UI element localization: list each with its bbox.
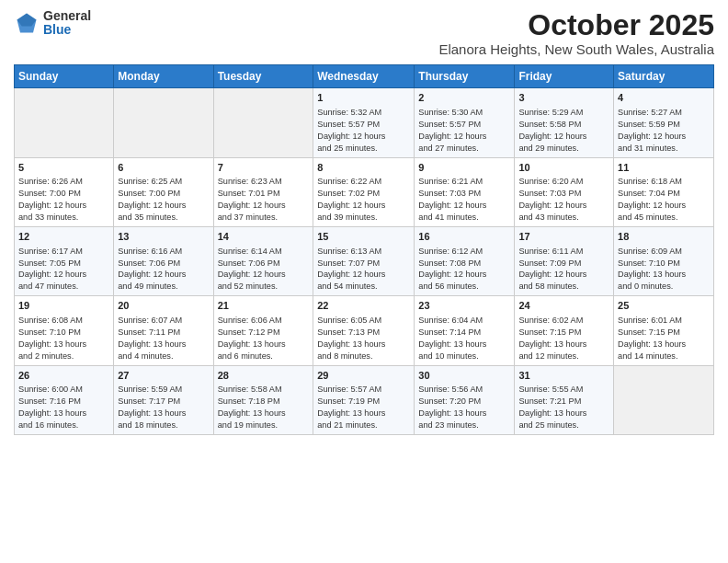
day-content: Sunrise: 6:23 AM Sunset: 7:01 PM Dayligh…: [218, 176, 310, 224]
day-number: 12: [18, 230, 109, 244]
calendar-week-row: 26Sunrise: 6:00 AM Sunset: 7:16 PM Dayli…: [15, 365, 714, 434]
calendar-cell: 15Sunrise: 6:13 AM Sunset: 7:07 PM Dayli…: [313, 226, 415, 295]
calendar-cell: 13Sunrise: 6:16 AM Sunset: 7:06 PM Dayli…: [114, 226, 213, 295]
calendar-cell: 21Sunrise: 6:06 AM Sunset: 7:12 PM Dayli…: [213, 296, 313, 365]
day-number: 22: [317, 299, 410, 313]
weekday-header-thursday: Thursday: [415, 65, 515, 88]
day-content: Sunrise: 6:22 AM Sunset: 7:02 PM Dayligh…: [317, 176, 410, 224]
day-content: Sunrise: 6:17 AM Sunset: 7:05 PM Dayligh…: [18, 246, 109, 293]
calendar-cell: 26Sunrise: 6:00 AM Sunset: 7:16 PM Dayli…: [15, 365, 114, 434]
day-content: Sunrise: 6:08 AM Sunset: 7:10 PM Dayligh…: [18, 315, 109, 362]
weekday-header-tuesday: Tuesday: [213, 65, 313, 88]
logo-blue-text: Blue: [43, 23, 91, 37]
calendar-cell: [15, 88, 114, 157]
weekday-header-saturday: Saturday: [614, 65, 714, 88]
calendar-cell: 10Sunrise: 6:20 AM Sunset: 7:03 PM Dayli…: [515, 157, 614, 226]
calendar-cell: 11Sunrise: 6:18 AM Sunset: 7:04 PM Dayli…: [614, 157, 714, 226]
logo: General Blue: [14, 9, 91, 38]
calendar-week-row: 1Sunrise: 5:32 AM Sunset: 5:57 PM Daylig…: [15, 88, 714, 157]
day-content: Sunrise: 6:07 AM Sunset: 7:11 PM Dayligh…: [118, 315, 209, 362]
calendar-cell: 14Sunrise: 6:14 AM Sunset: 7:06 PM Dayli…: [213, 226, 313, 295]
calendar-week-row: 19Sunrise: 6:08 AM Sunset: 7:10 PM Dayli…: [15, 296, 714, 365]
day-content: Sunrise: 5:27 AM Sunset: 5:59 PM Dayligh…: [618, 107, 710, 155]
day-content: Sunrise: 5:58 AM Sunset: 7:18 PM Dayligh…: [218, 384, 310, 431]
day-number: 19: [18, 299, 109, 313]
day-content: Sunrise: 5:55 AM Sunset: 7:21 PM Dayligh…: [518, 384, 609, 431]
day-number: 13: [118, 230, 209, 244]
calendar-table: SundayMondayTuesdayWednesdayThursdayFrid…: [14, 64, 714, 435]
day-content: Sunrise: 5:57 AM Sunset: 7:19 PM Dayligh…: [317, 384, 410, 431]
day-number: 21: [218, 299, 310, 313]
calendar-cell: 17Sunrise: 6:11 AM Sunset: 7:09 PM Dayli…: [515, 226, 614, 295]
day-content: Sunrise: 6:06 AM Sunset: 7:12 PM Dayligh…: [218, 315, 310, 362]
day-number: 14: [218, 230, 310, 244]
day-number: 24: [518, 299, 609, 313]
calendar-cell: 9Sunrise: 6:21 AM Sunset: 7:03 PM Daylig…: [415, 157, 515, 226]
day-content: Sunrise: 6:04 AM Sunset: 7:14 PM Dayligh…: [418, 315, 510, 362]
calendar-cell: 8Sunrise: 6:22 AM Sunset: 7:02 PM Daylig…: [313, 157, 415, 226]
calendar-cell: 1Sunrise: 5:32 AM Sunset: 5:57 PM Daylig…: [313, 88, 415, 157]
calendar-cell: 6Sunrise: 6:25 AM Sunset: 7:00 PM Daylig…: [114, 157, 213, 226]
day-number: 9: [418, 161, 510, 175]
day-content: Sunrise: 6:01 AM Sunset: 7:15 PM Dayligh…: [618, 315, 710, 362]
day-content: Sunrise: 5:59 AM Sunset: 7:17 PM Dayligh…: [118, 384, 209, 431]
day-number: 23: [418, 299, 510, 313]
calendar-cell: [114, 88, 213, 157]
weekday-header-sunday: Sunday: [15, 65, 114, 88]
logo-text: General Blue: [43, 9, 91, 38]
day-number: 7: [218, 161, 310, 175]
day-number: 4: [618, 91, 710, 105]
calendar-week-row: 5Sunrise: 6:26 AM Sunset: 7:00 PM Daylig…: [15, 157, 714, 226]
calendar-cell: 16Sunrise: 6:12 AM Sunset: 7:08 PM Dayli…: [415, 226, 515, 295]
calendar-cell: 25Sunrise: 6:01 AM Sunset: 7:15 PM Dayli…: [614, 296, 714, 365]
day-content: Sunrise: 5:29 AM Sunset: 5:58 PM Dayligh…: [518, 107, 609, 155]
day-content: Sunrise: 6:13 AM Sunset: 7:07 PM Dayligh…: [317, 246, 410, 293]
calendar-cell: [614, 365, 714, 434]
day-content: Sunrise: 6:00 AM Sunset: 7:16 PM Dayligh…: [18, 384, 109, 431]
calendar-cell: 3Sunrise: 5:29 AM Sunset: 5:58 PM Daylig…: [515, 88, 614, 157]
calendar-cell: [213, 88, 313, 157]
day-number: 5: [18, 161, 109, 175]
calendar-cell: 28Sunrise: 5:58 AM Sunset: 7:18 PM Dayli…: [213, 365, 313, 434]
day-number: 17: [518, 230, 609, 244]
day-number: 28: [218, 369, 310, 383]
calendar-cell: 24Sunrise: 6:02 AM Sunset: 7:15 PM Dayli…: [515, 296, 614, 365]
day-content: Sunrise: 6:21 AM Sunset: 7:03 PM Dayligh…: [418, 176, 510, 224]
day-number: 6: [118, 161, 209, 175]
day-content: Sunrise: 6:02 AM Sunset: 7:15 PM Dayligh…: [518, 315, 609, 362]
day-content: Sunrise: 6:25 AM Sunset: 7:00 PM Dayligh…: [118, 176, 209, 224]
calendar-cell: 31Sunrise: 5:55 AM Sunset: 7:21 PM Dayli…: [515, 365, 614, 434]
month-title: October 2025: [438, 9, 714, 41]
calendar-cell: 4Sunrise: 5:27 AM Sunset: 5:59 PM Daylig…: [614, 88, 714, 157]
day-number: 27: [118, 369, 209, 383]
weekday-header-monday: Monday: [114, 65, 213, 88]
day-number: 29: [317, 369, 410, 383]
calendar-cell: 18Sunrise: 6:09 AM Sunset: 7:10 PM Dayli…: [614, 226, 714, 295]
day-content: Sunrise: 6:16 AM Sunset: 7:06 PM Dayligh…: [118, 246, 209, 293]
calendar-week-row: 12Sunrise: 6:17 AM Sunset: 7:05 PM Dayli…: [15, 226, 714, 295]
day-content: Sunrise: 5:32 AM Sunset: 5:57 PM Dayligh…: [317, 107, 410, 155]
day-number: 30: [418, 369, 510, 383]
calendar-cell: 29Sunrise: 5:57 AM Sunset: 7:19 PM Dayli…: [313, 365, 415, 434]
day-number: 25: [618, 299, 710, 313]
calendar-cell: 30Sunrise: 5:56 AM Sunset: 7:20 PM Dayli…: [415, 365, 515, 434]
day-number: 2: [418, 91, 510, 105]
day-content: Sunrise: 6:12 AM Sunset: 7:08 PM Dayligh…: [418, 246, 510, 293]
day-content: Sunrise: 6:20 AM Sunset: 7:03 PM Dayligh…: [518, 176, 609, 224]
title-block: October 2025 Elanora Heights, New South …: [438, 9, 714, 57]
calendar-cell: 22Sunrise: 6:05 AM Sunset: 7:13 PM Dayli…: [313, 296, 415, 365]
calendar-cell: 7Sunrise: 6:23 AM Sunset: 7:01 PM Daylig…: [213, 157, 313, 226]
day-content: Sunrise: 6:05 AM Sunset: 7:13 PM Dayligh…: [317, 315, 410, 362]
day-number: 31: [518, 369, 609, 383]
logo-general-text: General: [43, 9, 91, 23]
calendar-cell: 23Sunrise: 6:04 AM Sunset: 7:14 PM Dayli…: [415, 296, 515, 365]
calendar-cell: 27Sunrise: 5:59 AM Sunset: 7:17 PM Dayli…: [114, 365, 213, 434]
day-content: Sunrise: 6:26 AM Sunset: 7:00 PM Dayligh…: [18, 176, 109, 224]
calendar-cell: 12Sunrise: 6:17 AM Sunset: 7:05 PM Dayli…: [15, 226, 114, 295]
day-content: Sunrise: 5:56 AM Sunset: 7:20 PM Dayligh…: [418, 384, 510, 431]
day-number: 8: [317, 161, 410, 175]
weekday-header-row: SundayMondayTuesdayWednesdayThursdayFrid…: [15, 65, 714, 88]
day-content: Sunrise: 6:18 AM Sunset: 7:04 PM Dayligh…: [618, 176, 710, 224]
weekday-header-friday: Friday: [515, 65, 614, 88]
day-number: 20: [118, 299, 209, 313]
